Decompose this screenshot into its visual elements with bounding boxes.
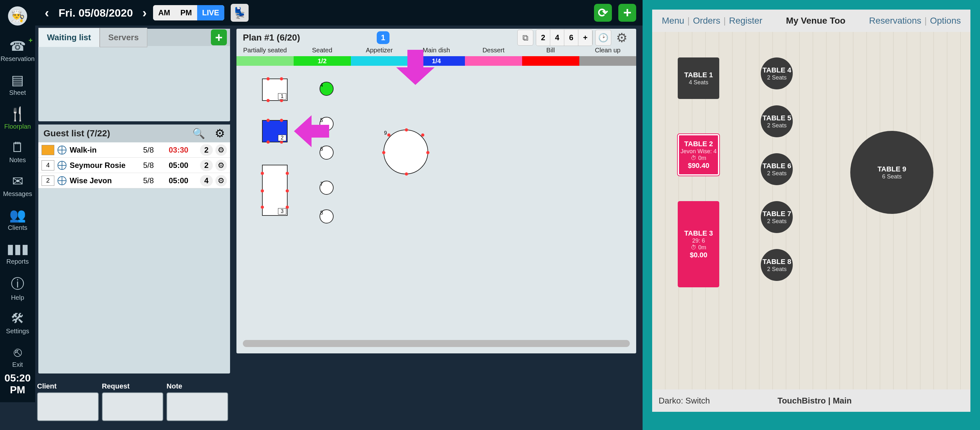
request-label: Request: [102, 382, 164, 390]
tb-orders[interactable]: Orders: [693, 16, 721, 26]
chart-icon: ▮▮▮: [0, 241, 35, 257]
history-button[interactable]: 🕑: [595, 30, 611, 46]
add-button[interactable]: +: [618, 4, 636, 22]
globe-icon: [57, 161, 67, 170]
sidebar-item-help[interactable]: ⓘHelp: [0, 275, 35, 301]
guest-settings-button[interactable]: ⚙: [215, 127, 225, 140]
sidebar-item-messages[interactable]: ✉Messages: [0, 173, 35, 198]
cap-4[interactable]: 4: [550, 30, 564, 46]
tb-top-bar: Menu| Orders| Register My Venue Too Rese…: [652, 10, 970, 32]
client-input[interactable]: [37, 392, 99, 421]
guest-row-settings[interactable]: ⚙: [215, 144, 227, 156]
sidebar-item-floorplan[interactable]: 🍴Floorplan: [0, 106, 35, 130]
tb-bottom-bar: Darko: Switch TouchBistro | Main: [652, 389, 970, 412]
tb-table-5[interactable]: TABLE 52 Seats: [761, 105, 793, 137]
copy-button[interactable]: ⧉: [517, 30, 533, 46]
tb-user-switch[interactable]: Darko: Switch: [659, 396, 710, 406]
add-waiting-button[interactable]: +: [211, 29, 227, 45]
tb-table-6[interactable]: TABLE 62 Seats: [761, 153, 793, 185]
guest-table-num: 2: [41, 176, 54, 186]
note-input[interactable]: [167, 392, 228, 421]
table-1[interactable]: 1: [262, 79, 288, 101]
tb-register[interactable]: Register: [729, 16, 762, 26]
request-input[interactable]: [102, 392, 164, 421]
table-2[interactable]: 2: [262, 120, 288, 142]
live-button[interactable]: LIVE: [197, 5, 224, 21]
sidebar-item-sheet[interactable]: ▤Sheet: [0, 72, 35, 97]
sidebar-item-notes[interactable]: 🗒Notes: [0, 140, 35, 164]
tb-table-1[interactable]: TABLE 14 Seats: [678, 57, 719, 99]
table-7[interactable]: 7: [320, 181, 334, 195]
guest-table-num: [41, 145, 54, 155]
guest-date: 5/8: [143, 146, 169, 154]
tab-servers[interactable]: Servers: [100, 28, 147, 47]
tb-options[interactable]: Options: [930, 16, 961, 26]
pm-button[interactable]: PM: [175, 5, 197, 21]
guest-row[interactable]: 4 Seymour Rosie 5/8 05:00 2 ⚙: [38, 158, 230, 173]
guest-time: 05:00: [169, 161, 197, 170]
client-label: Client: [37, 382, 99, 390]
guest-time: 05:00: [169, 176, 197, 185]
cap-plus[interactable]: +: [578, 30, 592, 46]
date-label[interactable]: Fri. 05/08/2020: [59, 7, 133, 19]
guest-row[interactable]: Walk-in 5/8 03:30 2 ⚙: [38, 142, 230, 158]
notes-icon: 🗒: [0, 140, 35, 155]
next-day-button[interactable]: ›: [139, 6, 150, 20]
am-button[interactable]: AM: [153, 5, 175, 21]
app-logo[interactable]: 👨‍🍳: [8, 6, 27, 25]
envelope-icon: ✉: [0, 173, 35, 189]
tb-table-7[interactable]: TABLE 72 Seats: [761, 201, 793, 233]
sidebar-item-exit[interactable]: ⎋Exit: [0, 344, 35, 368]
tb-table-8[interactable]: TABLE 82 Seats: [761, 249, 793, 281]
table-9[interactable]: 9: [383, 130, 428, 174]
tb-table-4[interactable]: TABLE 42 Seats: [761, 57, 793, 89]
tab-waiting-list[interactable]: Waiting list: [38, 28, 100, 47]
plus-icon: +: [215, 30, 223, 45]
guest-name: Wise Jevon: [70, 176, 143, 185]
table-3[interactable]: 3: [262, 165, 288, 216]
svg-marker-1: [294, 115, 329, 147]
guest-name: Walk-in: [70, 146, 143, 154]
search-button[interactable]: 🔍: [192, 127, 205, 140]
plan-title: Plan #1 (6/20): [243, 33, 300, 43]
tb-floor[interactable]: TABLE 14 SeatsTABLE 2Jevon Wise: 4⏱ 0m$9…: [652, 32, 970, 389]
refresh-icon: ⟳: [598, 6, 608, 20]
floor-plan-panel: Plan #1 (6/20) 1 ⧉ 2 4 6 + 🕑 ⚙ Partially…: [237, 29, 636, 353]
prev-day-button[interactable]: ‹: [41, 6, 52, 20]
table-4[interactable]: 4: [320, 82, 334, 96]
tb-table-3[interactable]: TABLE 329: 6⏱ 0m$0.00: [678, 201, 719, 287]
floor-settings-button[interactable]: ⚙: [614, 30, 630, 46]
tb-menu[interactable]: Menu: [662, 16, 684, 26]
fork-knife-icon: 🍴: [0, 106, 35, 122]
floor-scrollbar[interactable]: [243, 340, 630, 347]
plus-icon: +: [623, 5, 632, 21]
guest-name: Seymour Rosie: [70, 161, 143, 170]
info-icon: ⓘ: [0, 275, 35, 293]
sidebar-item-clients[interactable]: 👥Clients: [0, 207, 35, 232]
cap-6[interactable]: 6: [564, 30, 578, 46]
seat-icon-button[interactable]: 💺: [231, 4, 248, 22]
exit-icon: ⎋: [0, 344, 35, 360]
cap-2[interactable]: 2: [536, 30, 550, 46]
status-header: Partially seatedSeatedAppetizerMain dish…: [237, 47, 636, 56]
time-mode-group: AM PM LIVE: [153, 5, 224, 21]
waiting-panel: Waiting list Servers +: [38, 29, 230, 121]
guest-row-settings[interactable]: ⚙: [215, 160, 227, 171]
clients-icon: 👥: [0, 207, 35, 223]
plan-badge[interactable]: 1: [377, 31, 390, 44]
refresh-button[interactable]: ⟳: [594, 4, 612, 22]
sidebar-item-reservation[interactable]: ☎+Reservation: [0, 38, 35, 63]
sidebar-item-settings[interactable]: 🛠Settings: [0, 311, 35, 335]
seat-icon: 💺: [233, 6, 247, 19]
guest-table-num: 4: [41, 160, 54, 170]
guest-row-settings[interactable]: ⚙: [215, 175, 227, 186]
sidebar-item-reports[interactable]: ▮▮▮Reports: [0, 241, 35, 265]
tb-table-2[interactable]: TABLE 2Jevon Wise: 4⏱ 0m$90.40: [678, 134, 719, 176]
table-8[interactable]: 8: [320, 209, 334, 224]
floor-canvas[interactable]: 1 2 3 4 5 6 7 8: [237, 66, 636, 347]
tb-reservations[interactable]: Reservations: [869, 16, 921, 26]
globe-icon: [57, 176, 67, 185]
capacity-filter: 2 4 6 +: [536, 29, 593, 46]
guest-row[interactable]: 2 Wise Jevon 5/8 05:00 4 ⚙: [38, 173, 230, 188]
tb-table-9[interactable]: TABLE 96 Seats: [850, 131, 933, 214]
